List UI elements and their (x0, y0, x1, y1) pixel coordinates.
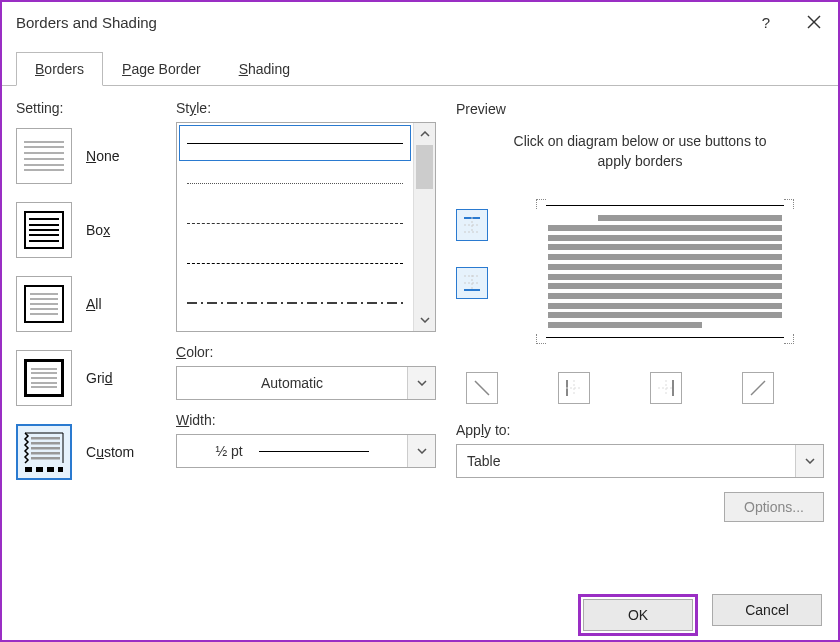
border-bottom-button[interactable] (456, 267, 488, 299)
svg-rect-9 (25, 467, 32, 472)
color-combo[interactable]: Automatic (176, 366, 436, 400)
color-dropdown-button[interactable] (407, 367, 435, 399)
svg-rect-5 (31, 442, 60, 445)
ok-button[interactable]: OK (583, 599, 693, 631)
apply-to-label: Apply to: (456, 422, 824, 438)
setting-all-icon (16, 276, 72, 332)
svg-rect-6 (31, 447, 60, 450)
tab-shading[interactable]: Shading (220, 52, 309, 86)
color-value: Automatic (177, 375, 407, 391)
diag-up-icon (748, 378, 768, 398)
width-combo[interactable]: ½ pt (176, 434, 436, 468)
border-right-button[interactable] (650, 372, 682, 404)
close-button[interactable] (790, 2, 838, 42)
preview-diagram[interactable] (506, 189, 824, 354)
width-label: Width: (176, 412, 436, 428)
svg-rect-7 (31, 452, 60, 455)
chevron-down-icon (420, 317, 430, 323)
border-diag-down-button[interactable] (466, 372, 498, 404)
help-button[interactable]: ? (742, 2, 790, 42)
setting-option-box[interactable]: Box (16, 202, 176, 258)
preview-bottom-buttons (456, 372, 824, 404)
setting-option-none[interactable]: None (16, 128, 176, 184)
chevron-down-icon (417, 380, 427, 386)
style-item-dashed[interactable] (177, 243, 413, 283)
preview-panel: Preview Click on diagram below or use bu… (456, 100, 824, 582)
tab-page-border[interactable]: Page Border (103, 52, 220, 86)
ok-highlight: OK (578, 594, 698, 636)
svg-rect-10 (36, 467, 43, 472)
setting-box-label: Box (86, 222, 110, 238)
setting-box-icon (16, 202, 72, 258)
diag-down-icon (472, 378, 492, 398)
style-item-dashed-fine[interactable] (177, 203, 413, 243)
width-value: ½ pt (177, 443, 407, 459)
border-diag-up-button[interactable] (742, 372, 774, 404)
style-label: Style: (176, 100, 436, 116)
setting-all-label: All (86, 296, 102, 312)
width-sample-line (259, 451, 369, 452)
style-listbox[interactable] (176, 122, 436, 332)
preview-hint: Click on diagram below or use buttons to… (496, 132, 784, 171)
title-bar: Borders and Shading ? (2, 2, 838, 42)
setting-label: Setting: (16, 100, 176, 116)
setting-option-grid[interactable]: Grid (16, 350, 176, 406)
scroll-up-button[interactable] (414, 123, 435, 145)
border-top-icon (462, 215, 482, 235)
border-bottom-icon (462, 273, 482, 293)
style-item-dash-dot[interactable] (177, 283, 413, 323)
close-icon (807, 15, 821, 29)
scroll-down-button[interactable] (414, 309, 435, 331)
svg-rect-8 (31, 457, 60, 460)
style-item-solid[interactable] (177, 123, 413, 163)
style-panel: Style: Color: (176, 100, 436, 582)
setting-none-label: None (86, 148, 119, 164)
preview-side-buttons (456, 189, 496, 354)
scroll-thumb[interactable] (416, 145, 433, 189)
chevron-down-icon (805, 458, 815, 464)
border-left-icon (564, 378, 584, 398)
svg-rect-11 (47, 467, 54, 472)
scroll-track[interactable] (414, 145, 435, 309)
window-title: Borders and Shading (16, 14, 742, 31)
svg-line-29 (751, 381, 765, 395)
custom-setting-icon (22, 430, 66, 474)
border-top-button[interactable] (456, 209, 488, 241)
options-button: Options... (724, 492, 824, 522)
tab-strip: Borders Page Border Shading (2, 50, 838, 86)
setting-grid-icon (16, 350, 72, 406)
style-scrollbar[interactable] (413, 123, 435, 331)
apply-to-value: Table (457, 453, 795, 469)
chevron-down-icon (417, 448, 427, 454)
style-item-dotted[interactable] (177, 163, 413, 203)
setting-panel: Setting: None Box All Grid (16, 100, 176, 582)
setting-none-icon (16, 128, 72, 184)
setting-option-custom[interactable]: Custom (16, 424, 176, 480)
dialog-footer: OK Cancel (2, 586, 838, 642)
chevron-up-icon (420, 131, 430, 137)
apply-to-dropdown-button[interactable] (795, 445, 823, 477)
svg-line-22 (475, 381, 489, 395)
border-left-button[interactable] (558, 372, 590, 404)
svg-rect-4 (31, 437, 60, 440)
setting-option-all[interactable]: All (16, 276, 176, 332)
cancel-button[interactable]: Cancel (712, 594, 822, 626)
setting-custom-icon (16, 424, 72, 480)
border-right-icon (656, 378, 676, 398)
preview-heading: Preview (456, 101, 512, 117)
tab-borders[interactable]: Borders (16, 52, 103, 86)
apply-to-combo[interactable]: Table (456, 444, 824, 478)
setting-custom-label: Custom (86, 444, 134, 460)
svg-rect-12 (58, 467, 63, 472)
width-dropdown-button[interactable] (407, 435, 435, 467)
color-label: Color: (176, 344, 436, 360)
setting-grid-label: Grid (86, 370, 112, 386)
